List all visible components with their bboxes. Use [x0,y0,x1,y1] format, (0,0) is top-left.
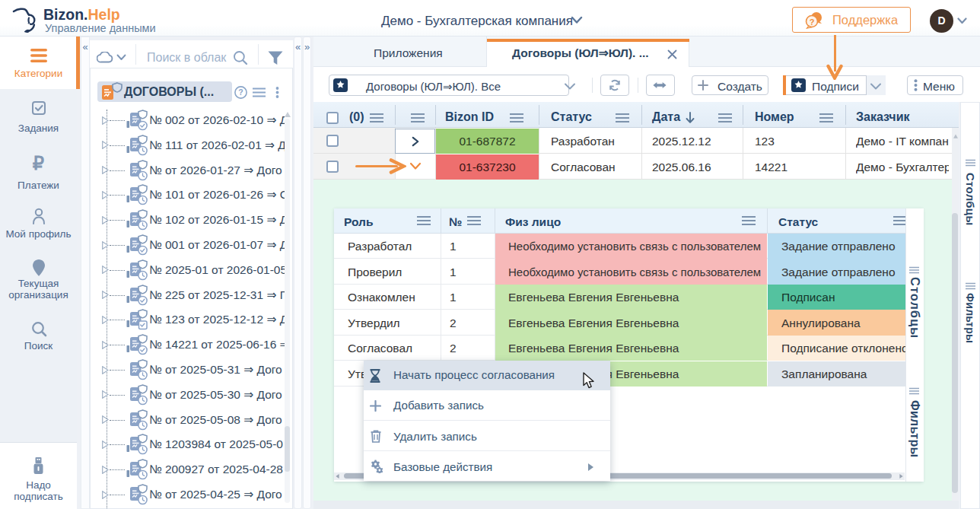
svg-text:?: ? [238,87,243,97]
svg-text:?: ? [810,17,815,27]
